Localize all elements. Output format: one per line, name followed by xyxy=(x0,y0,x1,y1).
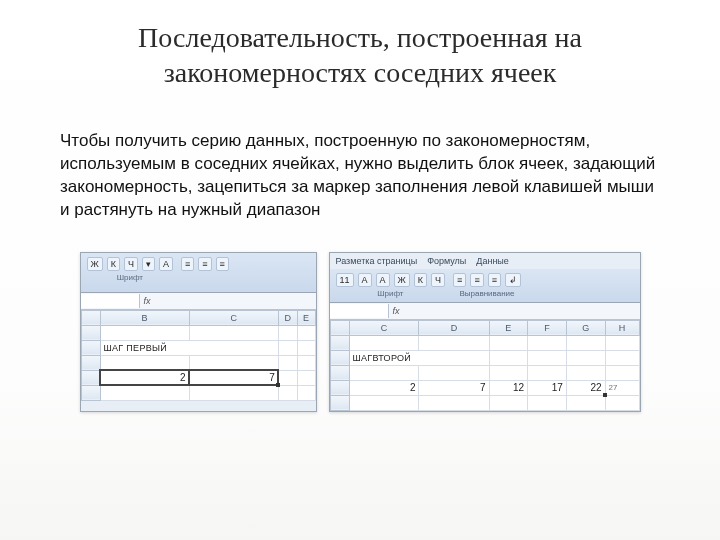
row-header xyxy=(81,355,100,370)
corner-header xyxy=(330,320,349,335)
row-header xyxy=(330,395,349,410)
fx-label: fx xyxy=(140,296,155,306)
corner-header xyxy=(81,310,100,325)
cell: 7 xyxy=(419,380,489,395)
row-header xyxy=(81,385,100,400)
align-left-button: ≡ xyxy=(181,257,194,271)
wrap-button: ↲ xyxy=(505,273,521,287)
spreadsheet-grid: B C D E ШАГ ПЕРВЫЙ 2 7 xyxy=(81,310,316,401)
cell: 22 xyxy=(566,380,605,395)
col-header: B xyxy=(100,310,189,325)
name-box xyxy=(330,304,389,318)
underline-button: Ч xyxy=(431,273,445,287)
excel-screenshot-step1: Ж К Ч ▾ A Шрифт ≡ ≡ ≡ xyxy=(80,252,317,412)
row-header xyxy=(330,350,349,365)
ribbon-tab: Разметка страницы xyxy=(336,256,418,266)
italic-button: К xyxy=(414,273,427,287)
row-header xyxy=(81,370,100,385)
screenshots-row: Ж К Ч ▾ A Шрифт ≡ ≡ ≡ xyxy=(60,252,660,412)
row-header xyxy=(330,380,349,395)
col-header: E xyxy=(489,320,528,335)
ribbon-group-font: Шрифт xyxy=(336,289,446,298)
cell-selected: 2 xyxy=(100,370,189,385)
row-header xyxy=(330,365,349,380)
cell-selected: 7 xyxy=(189,370,278,385)
formula-bar: fx xyxy=(81,293,316,310)
ribbon-tabs: Разметка страницы Формулы Данные xyxy=(330,253,640,269)
cell: 12 xyxy=(489,380,528,395)
fill-hint: 27 xyxy=(605,380,639,395)
col-header: G xyxy=(566,320,605,335)
col-header: E xyxy=(297,310,315,325)
formula-bar: fx xyxy=(330,303,640,320)
align-button: ≡ xyxy=(470,273,483,287)
align-button: ≡ xyxy=(453,273,466,287)
ribbon-group-font: Шрифт xyxy=(87,273,174,282)
ribbon-tab: Данные xyxy=(476,256,509,266)
name-box xyxy=(81,294,140,308)
col-header: D xyxy=(419,320,489,335)
excel-screenshot-step2: Разметка страницы Формулы Данные 11 A A … xyxy=(329,252,641,412)
ribbon: Ж К Ч ▾ A Шрифт ≡ ≡ ≡ xyxy=(81,253,316,293)
col-header: C xyxy=(349,320,419,335)
ribbon: 11 A A Ж К Ч Шрифт ≡ ≡ ≡ xyxy=(330,269,640,303)
slide-body-text: Чтобы получить серию данных, построенную… xyxy=(60,130,660,222)
font-color-button: A xyxy=(159,257,173,271)
underline-button: Ч xyxy=(124,257,138,271)
bold-button: Ж xyxy=(87,257,103,271)
align-right-button: ≡ xyxy=(216,257,229,271)
font-size-box: 11 xyxy=(336,273,354,287)
row-header xyxy=(330,335,349,350)
col-header: F xyxy=(528,320,567,335)
italic-button: К xyxy=(107,257,120,271)
grow-font-button: A xyxy=(358,273,372,287)
cell: 2 xyxy=(349,380,419,395)
col-header: H xyxy=(605,320,639,335)
col-header: C xyxy=(189,310,278,325)
align-button: ≡ xyxy=(488,273,501,287)
ribbon-group-align: Выравнивание xyxy=(453,289,521,298)
row-header xyxy=(81,340,100,355)
slide-title: Последовательность, построенная на закон… xyxy=(60,20,660,90)
shrink-font-button: A xyxy=(376,273,390,287)
bold-button: Ж xyxy=(394,273,410,287)
row-header xyxy=(81,325,100,340)
col-header: D xyxy=(278,310,297,325)
align-center-button: ≡ xyxy=(198,257,211,271)
step-label: ШАГ ПЕРВЫЙ xyxy=(100,340,278,355)
cell: 17 xyxy=(528,380,567,395)
spreadsheet-grid: C D E F G H ШАГВТОРОЙ 2 7 12 17 xyxy=(330,320,640,411)
border-button: ▾ xyxy=(142,257,155,271)
step-label: ШАГВТОРОЙ xyxy=(349,350,489,365)
ribbon-tab: Формулы xyxy=(427,256,466,266)
fx-label: fx xyxy=(389,306,404,316)
